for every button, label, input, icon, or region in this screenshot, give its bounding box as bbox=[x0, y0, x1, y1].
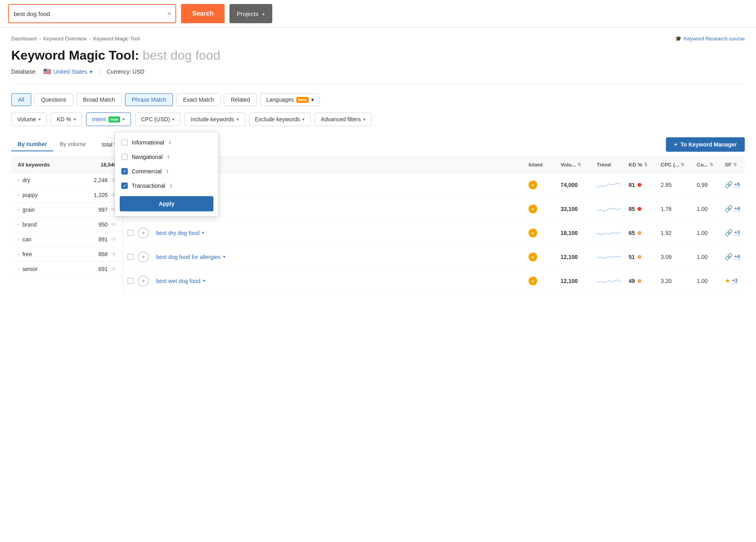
row1-sf-count[interactable]: +5 bbox=[734, 182, 740, 188]
page-title-prefix: Keyword Magic Tool: bbox=[11, 48, 139, 62]
th-kd[interactable]: KD % ⇅ bbox=[625, 157, 657, 173]
row3-dropdown-arrow[interactable]: ▾ bbox=[202, 230, 204, 235]
row2-trend-cell bbox=[593, 200, 625, 218]
search-clear-icon[interactable]: × bbox=[163, 10, 175, 18]
row3-keyword-link[interactable]: best dry dog food ▾ bbox=[156, 230, 204, 236]
row5-keyword-link[interactable]: best wet dog food ▾ bbox=[156, 278, 205, 284]
to-keyword-manager-button[interactable]: + To Keyword Manager bbox=[666, 137, 745, 152]
intent-navigational[interactable]: Navigational ℹ bbox=[115, 150, 218, 164]
volume-sort-icon[interactable]: ⇅ bbox=[577, 162, 581, 167]
keyword-research-course-link[interactable]: 🎓 Keyword Research course bbox=[675, 36, 745, 42]
tab-languages[interactable]: Languages beta ▾ bbox=[260, 93, 320, 106]
th-cpc[interactable]: CPC (... ⇅ bbox=[657, 157, 693, 173]
expand-grain-icon[interactable]: › bbox=[18, 207, 19, 213]
transactional-info-icon[interactable]: ℹ bbox=[170, 183, 172, 189]
row3-checkbox[interactable] bbox=[127, 230, 134, 236]
cpc-filter[interactable]: CPC (USD) ▾ bbox=[135, 112, 181, 126]
kd-filter[interactable]: KD % ▾ bbox=[51, 112, 82, 126]
tab-related[interactable]: Related bbox=[224, 93, 257, 106]
row5-co-cell: 1.00 bbox=[693, 274, 721, 288]
breadcrumb-keyword-overview[interactable]: Keyword Overview bbox=[43, 36, 86, 42]
search-input[interactable] bbox=[9, 10, 163, 17]
database-country-selector[interactable]: 🇺🇸 United States ▾ bbox=[43, 68, 92, 75]
commercial-checkbox[interactable] bbox=[121, 168, 128, 175]
navigational-info-icon[interactable]: ℹ bbox=[167, 154, 169, 160]
tab-exact-match[interactable]: Exact Match bbox=[176, 93, 221, 106]
by-number-tab[interactable]: By number bbox=[11, 138, 53, 151]
row5-dropdown-arrow[interactable]: ▾ bbox=[203, 278, 205, 283]
sidebar-item-free[interactable]: › free 868 👁 bbox=[11, 247, 123, 262]
informational-info-icon[interactable]: ℹ bbox=[169, 140, 171, 145]
exclude-keywords-filter[interactable]: Exclude keywords ▾ bbox=[249, 112, 311, 126]
row3-intent-cell: c bbox=[525, 225, 557, 241]
th-sf[interactable]: SF ⇅ bbox=[721, 157, 745, 173]
th-co[interactable]: Co... ⇅ bbox=[693, 157, 721, 173]
volume-filter[interactable]: Volume ▾ bbox=[11, 112, 47, 126]
navigational-checkbox[interactable] bbox=[121, 154, 128, 160]
row4-dropdown-arrow[interactable]: ▾ bbox=[223, 254, 225, 259]
breadcrumb-keyword-magic-tool[interactable]: Keyword Magic Tool bbox=[93, 36, 140, 42]
intent-transactional[interactable]: Transactional ℹ bbox=[115, 179, 218, 193]
co-sort-icon[interactable]: ⇅ bbox=[710, 162, 713, 167]
advanced-filters[interactable]: Advanced filters ▾ bbox=[315, 112, 372, 126]
row2-co-cell: 1.00 bbox=[693, 202, 721, 216]
transactional-checkbox[interactable] bbox=[121, 183, 128, 189]
apply-button[interactable]: Apply bbox=[120, 196, 213, 211]
kd-sort-icon[interactable]: ⇅ bbox=[644, 162, 647, 167]
sidebar-item-can[interactable]: › can 891 👁 bbox=[11, 232, 123, 247]
informational-label: Informational bbox=[132, 139, 164, 146]
expand-free-icon[interactable]: › bbox=[18, 251, 19, 257]
row4-add-col: + bbox=[138, 251, 152, 263]
include-keywords-filter[interactable]: Include keywords ▾ bbox=[185, 112, 245, 126]
row5-checkbox[interactable] bbox=[127, 278, 134, 284]
eye-brand-icon[interactable]: 👁 bbox=[111, 221, 117, 228]
row5-add-button[interactable]: + bbox=[138, 275, 149, 287]
breadcrumb: Dashboard › Keyword Overview › Keyword M… bbox=[11, 36, 745, 42]
sidebar-item-senior[interactable]: › senior 691 👁 bbox=[11, 262, 123, 277]
search-button[interactable]: Search bbox=[181, 4, 225, 23]
sidebar-count-dry: 2,246 bbox=[94, 177, 108, 183]
sidebar-item-puppy[interactable]: › puppy 1,105 👁 bbox=[11, 188, 123, 203]
tab-all[interactable]: All bbox=[11, 93, 31, 106]
sidebar-item-dry[interactable]: › dry 2,246 👁 bbox=[11, 173, 123, 188]
intent-informational[interactable]: Informational ℹ bbox=[115, 135, 218, 150]
expand-brand-icon[interactable]: › bbox=[18, 222, 19, 227]
eye-free-icon[interactable]: 👁 bbox=[111, 251, 117, 257]
intent-filter[interactable]: Intent new ▾ bbox=[86, 112, 131, 126]
row4-sf-count[interactable]: +4 bbox=[734, 254, 740, 260]
row4-checkbox[interactable] bbox=[127, 254, 134, 260]
tab-questions[interactable]: Questions bbox=[34, 93, 73, 106]
page-title: Keyword Magic Tool: best dog food bbox=[11, 48, 745, 63]
tab-broad-match[interactable]: Broad Match bbox=[76, 93, 122, 106]
commercial-info-icon[interactable]: ℹ bbox=[167, 169, 169, 174]
by-volume-tab[interactable]: By volume bbox=[53, 138, 92, 151]
row3-add-button[interactable]: + bbox=[138, 227, 149, 239]
intent-commercial[interactable]: Commercial ℹ bbox=[115, 164, 218, 179]
projects-button[interactable]: Projects + bbox=[229, 4, 272, 23]
sidebar-item-brand[interactable]: › brand 950 👁 bbox=[11, 217, 123, 232]
row5-sf-count[interactable]: +3 bbox=[732, 278, 738, 284]
eye-can-icon[interactable]: 👁 bbox=[111, 236, 117, 243]
expand-senior-icon[interactable]: › bbox=[18, 266, 19, 272]
row4-keyword-link[interactable]: best dog food for allergies ▾ bbox=[156, 254, 225, 260]
row3-sf-count[interactable]: +3 bbox=[734, 230, 740, 236]
row4-keyword-cell: best dog food for allergies ▾ bbox=[152, 250, 525, 264]
th-volume[interactable]: Volu... ⇅ bbox=[557, 157, 593, 173]
sf-sort-icon[interactable]: ⇅ bbox=[733, 162, 737, 167]
tab-phrase-match[interactable]: Phrase Match bbox=[125, 93, 173, 106]
languages-chevron-icon: ▾ bbox=[311, 96, 314, 103]
eye-senior-icon[interactable]: 👁 bbox=[111, 266, 117, 272]
expand-dry-icon[interactable]: › bbox=[18, 177, 19, 183]
informational-checkbox[interactable] bbox=[121, 139, 128, 146]
volume-filter-label: Volume bbox=[17, 116, 36, 122]
expand-can-icon[interactable]: › bbox=[18, 237, 19, 242]
sidebar-item-grain[interactable]: › grain 997 👁 bbox=[11, 203, 123, 217]
breadcrumb-dashboard[interactable]: Dashboard bbox=[11, 36, 37, 42]
cpc-sort-icon[interactable]: ⇅ bbox=[681, 162, 684, 167]
expand-puppy-icon[interactable]: › bbox=[18, 192, 19, 198]
row2-kd-dot bbox=[637, 207, 641, 211]
row4-cpc-cell: 3.09 bbox=[657, 250, 693, 264]
row4-add-button[interactable]: + bbox=[138, 251, 149, 263]
row2-sf-count[interactable]: +4 bbox=[734, 206, 740, 212]
row1-volume-cell: 74,000 bbox=[557, 178, 593, 192]
